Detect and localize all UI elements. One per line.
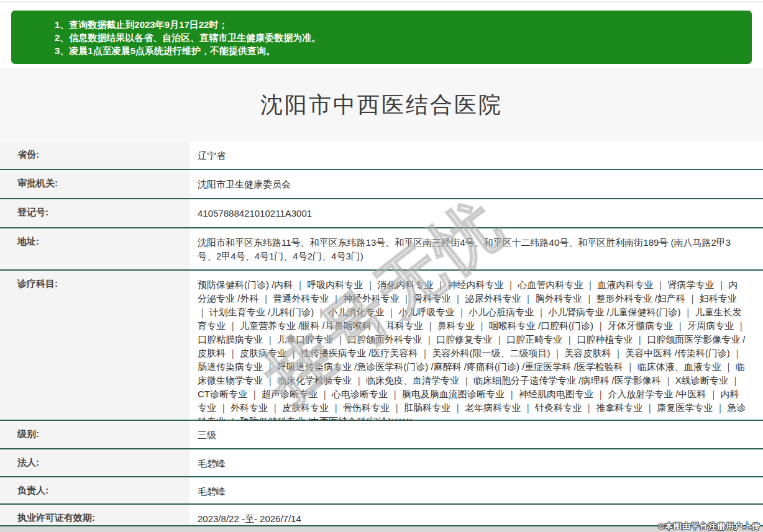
row-label: 审批机关: (0, 170, 190, 198)
row-value: 41057888421010211A3001 (190, 199, 763, 227)
bottom-strip (0, 526, 763, 532)
page-title: 沈阳市中西医结合医院 (260, 90, 503, 120)
row-label: 登记号: (0, 199, 190, 227)
row-label: 执业许可证有效期: (0, 505, 190, 525)
row-value: 沈阳市卫生健康委员会 (190, 170, 763, 198)
table-row-approval-authority: 审批机关: 沈阳市卫生健康委员会 (0, 170, 763, 199)
row-value: 毛碧峰 (190, 449, 763, 476)
notice-line-3: 3、凌晨1点至凌晨5点系统进行维护，不能提供查询。 (55, 44, 739, 57)
row-label: 级别: (0, 421, 190, 448)
copyright-watermark: ©本图由平台注册用户上传 (658, 521, 761, 532)
row-value: 沈阳市和平区东纬路11号、和平区东纬路13号、和平区南三经街4号、和平区十二纬路… (190, 228, 763, 269)
table-row-province: 省份: 辽宁省 (0, 142, 763, 170)
row-label: 地址: (0, 228, 190, 269)
row-value: 毛碧峰 (190, 477, 763, 503)
table-row-registration-no: 登记号: 41057888421010211A3001 (0, 199, 763, 228)
title-band: 沈阳市中西医结合医院 (0, 68, 763, 142)
row-value: 辽宁省 (190, 142, 763, 169)
table-row-license-validity: 执业许可证有效期: 2023/8/22 -至- 2026/7/14 (0, 505, 763, 526)
notice-line-1: 1、查询数据截止到2023年9月17日22时； (55, 18, 739, 31)
row-label: 省份: (0, 142, 190, 169)
row-label: 诊疗科目: (0, 271, 190, 420)
row-value: 预防保健科(门诊) /内科 ｜ 呼吸内科专业 ｜ 消化内科专业 ｜ 神经内科专业… (190, 271, 763, 420)
row-label: 负责人: (0, 477, 190, 503)
hospital-info-page: 1、查询数据截止到2023年9月17日22时； 2、信息数据结果以各省、自治区、… (0, 0, 763, 532)
row-label: 法人: (0, 449, 190, 476)
top-divider (0, 1, 763, 2)
notice-line-2: 2、信息数据结果以各省、自治区、直辖市卫生健康委数据为准。 (55, 31, 739, 44)
table-row-legal-person: 法人: 毛碧峰 (0, 449, 763, 477)
table-row-departments: 诊疗科目: 预防保健科(门诊) /内科 ｜ 呼吸内科专业 ｜ 消化内科专业 ｜ … (0, 271, 763, 421)
table-row-person-in-charge: 负责人: 毛碧峰 (0, 477, 763, 505)
hospital-info-table: 省份: 辽宁省 审批机关: 沈阳市卫生健康委员会 登记号: 4105788842… (0, 142, 763, 526)
row-value: 三级 (190, 421, 763, 448)
table-row-level: 级别: 三级 (0, 421, 763, 449)
notice-banner: 1、查询数据截止到2023年9月17日22时； 2、信息数据结果以各省、自治区、… (11, 11, 752, 64)
table-row-address: 地址: 沈阳市和平区东纬路11号、和平区东纬路13号、和平区南三经街4号、和平区… (0, 228, 763, 271)
